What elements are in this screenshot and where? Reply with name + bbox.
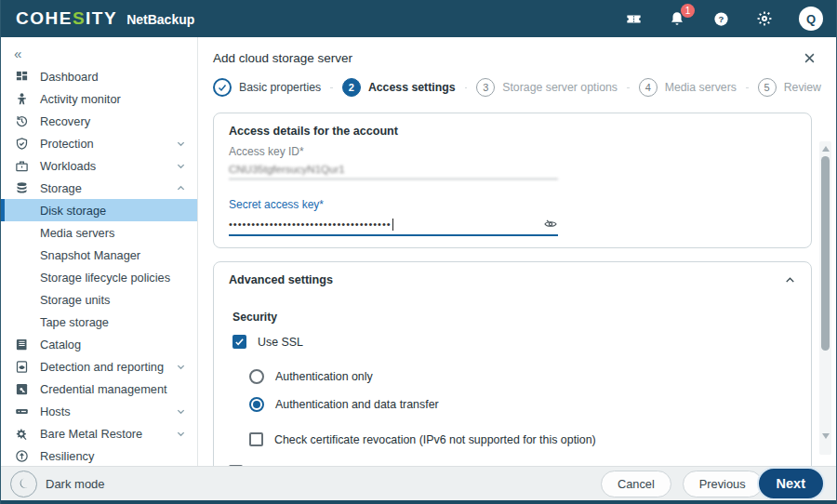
show-password-eye-icon[interactable]: [543, 217, 558, 232]
step-circle: 1: [213, 78, 232, 97]
secret-key-label: Secret access key*: [229, 198, 796, 211]
chevron-down-icon[interactable]: [176, 406, 186, 417]
step-basic-properties[interactable]: 1 Basic properties: [213, 78, 321, 97]
sidebar-item-label: Media servers: [40, 226, 114, 240]
sidebar-item-label: Catalog: [40, 338, 81, 351]
cancel-button[interactable]: Cancel: [601, 471, 671, 497]
authentication-and-data-transfer-label: Authentication and data transfer: [275, 398, 439, 411]
briefcase-icon: [14, 158, 30, 174]
gear-wrench-icon: [14, 426, 30, 442]
sidebar-item-storage-lifecycle-policies[interactable]: Storage lifecycle policies: [1, 266, 197, 288]
use-ssl-checkbox[interactable]: [232, 335, 246, 349]
access-card-heading: Access details for the account: [229, 125, 796, 138]
svg-text:?: ?: [718, 13, 724, 23]
scroll-down-arrow[interactable]: [819, 431, 831, 442]
enable-server-side-encryption-checkbox[interactable]: [229, 465, 243, 466]
footer-bar: Dark mode Cancel Previous Next: [1, 466, 836, 500]
sidebar-item-label: Storage: [40, 181, 82, 195]
access-key-input[interactable]: CNU35tgfersucyN1Qur1: [229, 164, 558, 179]
sidebar-item-workloads[interactable]: Workloads: [1, 154, 197, 177]
dark-mode-toggle[interactable]: Dark mode: [10, 471, 105, 497]
authentication-only-radio[interactable]: [249, 369, 264, 384]
sidebar-item-hosts[interactable]: Hosts: [1, 400, 197, 422]
sidebar-item-label: Resiliency: [40, 449, 94, 463]
database-icon: [14, 180, 30, 196]
close-icon[interactable]: [801, 49, 817, 66]
vertical-scrollbar[interactable]: [819, 141, 831, 455]
chevron-down-icon[interactable]: [176, 161, 186, 171]
secret-key-input[interactable]: ••••••••••••••••••••••••••••••••••••: [229, 217, 558, 236]
step-circle: 2: [342, 78, 361, 97]
catalog-book-icon: [14, 337, 30, 352]
step-circle: 3: [476, 78, 495, 97]
text-caret: [392, 219, 394, 231]
recovery-history-icon: [14, 113, 30, 129]
step-media-servers[interactable]: 4 Media servers: [639, 78, 737, 97]
sidebar-item-storage-units[interactable]: Storage units: [1, 288, 197, 311]
product-name: NetBackup: [126, 12, 194, 27]
sidebar-nav: « Dashboard Activity monitor Recovery Pr…: [1, 37, 198, 466]
step-connector: [746, 87, 749, 88]
access-key-label: Access key ID*: [229, 145, 796, 158]
sidebar-item-credential-management[interactable]: Credential management: [1, 378, 197, 400]
step-review[interactable]: 5 Review: [758, 78, 821, 97]
sidebar-item-dashboard[interactable]: Dashboard: [1, 65, 197, 87]
step-connector: [627, 87, 630, 88]
wizard-stepper: 1 Basic properties 2 Access settings: [213, 75, 821, 99]
step-access-settings[interactable]: 2 Access settings: [342, 78, 456, 97]
hosts-server-icon: [14, 404, 30, 419]
chevron-down-icon[interactable]: [176, 139, 186, 149]
step-circle: 4: [639, 78, 658, 97]
avatar[interactable]: Q: [799, 7, 823, 31]
sidebar-item-bare-metal-restore[interactable]: Bare Metal Restore: [1, 422, 197, 444]
sidebar-item-label: Recovery: [40, 114, 90, 128]
chevron-down-icon[interactable]: [176, 429, 186, 439]
scrollbar-thumb[interactable]: [821, 156, 830, 351]
use-ssl-label: Use SSL: [258, 336, 303, 349]
sidebar-item-label: Protection: [40, 137, 94, 151]
sidebar-item-activity-monitor[interactable]: Activity monitor: [1, 87, 197, 110]
next-button[interactable]: Next: [757, 467, 825, 500]
sidebar-item-resiliency[interactable]: Resiliency: [1, 444, 197, 466]
shield-check-icon: [14, 136, 30, 152]
step-circle: 5: [758, 78, 777, 97]
check-certificate-revocation-checkbox[interactable]: [249, 432, 263, 446]
sidebar-item-catalog[interactable]: Catalog: [1, 333, 197, 355]
sidebar-item-tape-storage[interactable]: Tape storage: [1, 311, 197, 333]
report-document-icon: [14, 359, 30, 375]
chevron-up-icon[interactable]: [176, 183, 186, 193]
step-connector: [465, 87, 468, 88]
chevron-down-icon[interactable]: [176, 362, 186, 372]
collapse-section-chevron-up-icon[interactable]: [784, 274, 796, 286]
advanced-settings-heading: Advanced settings: [229, 273, 333, 286]
previous-button[interactable]: Previous: [683, 471, 763, 497]
cohesity-logo: COHESITY: [16, 8, 117, 29]
sidebar-item-label: Workloads: [40, 159, 96, 173]
sidebar-item-label: Bare Metal Restore: [40, 427, 142, 441]
advanced-settings-card: Advanced settings Security Use SSL: [213, 261, 812, 466]
sidebar-item-storage[interactable]: Storage: [1, 177, 197, 199]
sidebar-item-label: Activity monitor: [40, 92, 121, 106]
sidebar-item-protection[interactable]: Protection: [1, 132, 197, 154]
sidebar-item-recovery[interactable]: Recovery: [1, 110, 197, 132]
sidebar-item-detection-and-reporting[interactable]: Detection and reporting: [1, 355, 197, 378]
dark-mode-label: Dark mode: [46, 477, 105, 491]
scroll-up-arrow[interactable]: [819, 143, 831, 154]
sidebar-item-snapshot-manager[interactable]: Snapshot Manager: [1, 244, 197, 266]
app-window: COHESITY NetBackup 1 ? Q «: [0, 0, 837, 504]
step-storage-server-options[interactable]: 3 Storage server options: [476, 78, 618, 97]
help-icon[interactable]: ?: [711, 9, 730, 28]
moon-icon: [10, 471, 37, 497]
settings-gear-icon[interactable]: [755, 9, 774, 28]
notification-badge: 1: [681, 4, 695, 18]
authentication-and-data-transfer-radio[interactable]: [249, 397, 264, 412]
brand-logo: COHESITY NetBackup: [16, 8, 194, 29]
notifications-bell-icon[interactable]: 1: [668, 9, 686, 28]
sidebar-item-disk-storage[interactable]: Disk storage: [1, 199, 197, 221]
wizard-form-area: Access details for the account Access ke…: [198, 99, 836, 466]
sidebar-item-media-servers[interactable]: Media servers: [1, 221, 197, 244]
sidebar-collapse-button[interactable]: «: [1, 41, 197, 65]
license-ticket-icon[interactable]: [624, 9, 643, 28]
top-header-bar: COHESITY NetBackup 1 ? Q: [1, 0, 836, 37]
activity-monitor-icon: [14, 91, 30, 107]
